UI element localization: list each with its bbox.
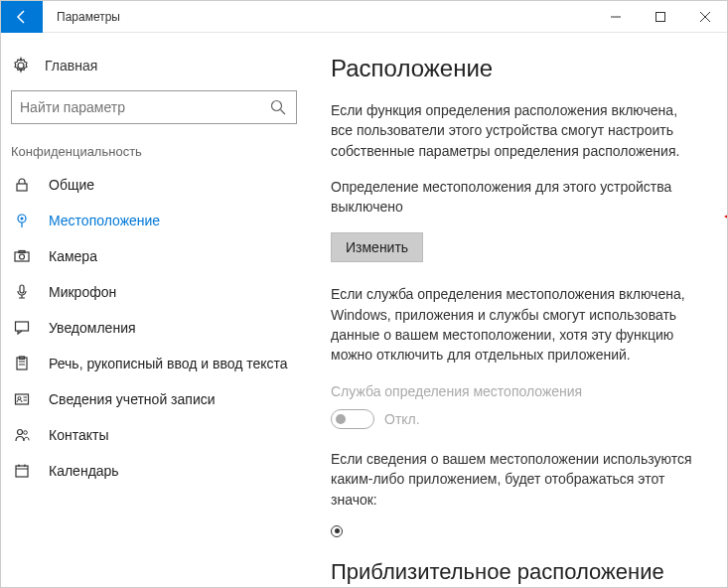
svg-rect-12 [16,322,29,331]
indicator-description: Если сведения о вашем местоположении исп… [331,449,699,510]
home-link[interactable]: Главная [1,51,307,80]
sidebar-item-label: Сведения учетной записи [49,391,216,407]
close-icon [700,12,710,22]
svg-point-2 [272,101,282,111]
sidebar: Главная Конфиденциальность Общие Местопо… [1,33,307,587]
svg-rect-4 [17,184,27,191]
location-indicator-icon [331,525,343,537]
gear-icon [11,57,31,74]
minimize-button[interactable] [593,1,638,33]
service-description: Если служба определения местоположения в… [331,284,699,365]
microphone-icon [13,284,31,300]
annotation-arrow [724,204,727,229]
sidebar-item-camera[interactable]: Камера [1,238,307,274]
location-icon [13,213,31,228]
sidebar-item-account[interactable]: Сведения учетной записи [1,381,307,417]
toggle-state: Откл. [384,411,420,427]
main-content: Расположение Если функция определения ра… [307,33,727,587]
svg-rect-17 [16,394,29,404]
window-title: Параметры [57,10,593,24]
sidebar-item-label: Уведомления [49,320,136,336]
close-button[interactable] [682,1,727,33]
search-field[interactable] [20,99,270,115]
sidebar-item-general[interactable]: Общие [1,167,307,203]
chat-icon [13,320,31,336]
sidebar-item-speech[interactable]: Речь, рукописный ввод и ввод текста [1,346,307,381]
svg-point-22 [24,431,28,435]
sidebar-item-contacts[interactable]: Контакты [1,417,307,453]
sidebar-item-label: Камера [49,248,97,264]
home-label: Главная [45,58,97,74]
maximize-button[interactable] [638,1,682,33]
location-service-toggle[interactable] [331,409,374,429]
svg-marker-27 [724,204,727,229]
titlebar: Параметры [1,1,727,33]
sidebar-item-calendar[interactable]: Календарь [1,453,307,489]
toggle-row: Откл. [331,409,699,429]
category-label: Конфиденциальность [1,140,307,167]
sidebar-item-label: Микрофон [49,284,116,300]
arrow-left-icon [14,9,30,25]
sidebar-item-location[interactable]: Местоположение [1,203,307,238]
nav-list: Общие Местоположение Камера Микрофон Уве… [1,167,307,587]
minimize-icon [611,12,621,22]
maximize-icon [655,12,665,22]
page-title: Расположение [331,55,699,82]
svg-rect-23 [16,466,28,477]
window-controls [593,1,727,33]
svg-point-21 [18,430,23,435]
sidebar-item-notifications[interactable]: Уведомления [1,310,307,346]
status-text: Определение местоположения для этого уст… [331,177,699,218]
sidebar-item-label: Контакты [49,427,108,443]
svg-rect-8 [15,252,29,261]
back-button[interactable] [1,1,43,33]
sidebar-item-label: Речь, рукописный ввод и ввод текста [49,356,288,371]
section-heading: Приблизительное расположение [331,559,699,585]
svg-point-6 [21,218,24,220]
sidebar-item-label: Общие [49,177,94,193]
clipboard-icon [13,356,31,371]
camera-icon [13,248,31,264]
id-icon [13,391,31,407]
people-icon [13,427,31,443]
lock-icon [13,177,31,193]
calendar-icon [13,463,31,479]
svg-line-3 [281,110,286,115]
svg-point-9 [20,254,25,259]
sidebar-item-label: Календарь [49,463,119,479]
svg-rect-1 [655,12,664,21]
svg-rect-11 [20,285,24,293]
service-label: Служба определения местоположения [331,381,699,401]
search-icon [270,99,288,115]
change-button[interactable]: Изменить [331,232,423,262]
sidebar-item-label: Местоположение [49,213,160,228]
search-input[interactable] [11,90,297,124]
sidebar-item-microphone[interactable]: Микрофон [1,274,307,310]
description-text: Если функция определения расположения вк… [331,100,699,161]
